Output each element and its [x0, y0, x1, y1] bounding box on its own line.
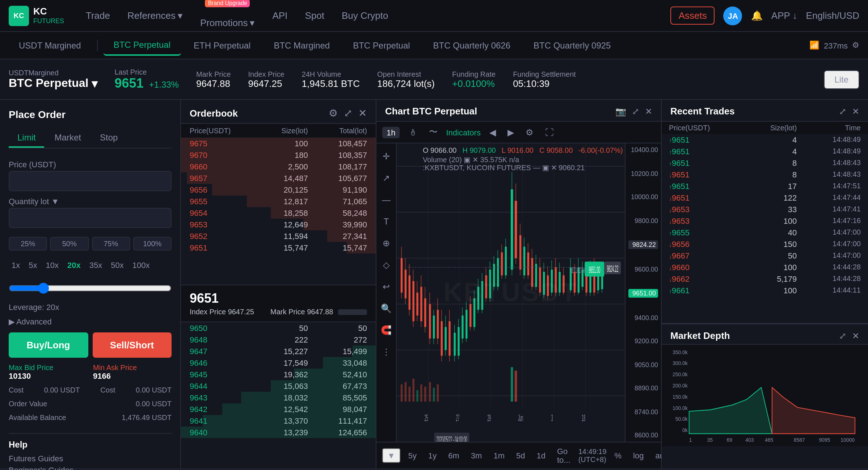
chart-close-icon[interactable]: ✕: [645, 106, 652, 116]
app-download[interactable]: APP ↓: [771, 10, 797, 21]
ob-ask-row[interactable]: 96602,500108,177: [181, 161, 376, 172]
price-input[interactable]: [9, 171, 172, 191]
settings-icon[interactable]: ⚙: [852, 41, 859, 50]
advanced-toggle[interactable]: ▶ Advanced: [9, 317, 172, 327]
assets-button[interactable]: Assets: [671, 7, 715, 25]
language-selector[interactable]: English/USD: [806, 10, 859, 21]
chart-trendline-tool[interactable]: ↗: [380, 171, 392, 185]
chart-magnet-tool[interactable]: 🧲: [379, 323, 394, 337]
ob-ask-row[interactable]: 965620,12591,190: [181, 184, 376, 196]
notification-icon[interactable]: 🔔: [751, 10, 763, 21]
lev-10x[interactable]: 10x: [43, 259, 62, 271]
quantity-input[interactable]: [9, 208, 172, 228]
chart-1y[interactable]: 1y: [425, 450, 440, 461]
ob-ask-row[interactable]: 965211,59427,341: [181, 230, 376, 242]
chart-text-tool[interactable]: T: [382, 214, 391, 229]
user-avatar[interactable]: JA: [724, 6, 742, 25]
pair-name[interactable]: BTC Perpetual ▾: [9, 76, 97, 90]
chart-candle-type[interactable]: 🕯: [406, 126, 420, 139]
orderbook-close-icon[interactable]: ✕: [358, 107, 367, 119]
chart-goto[interactable]: Go to...: [553, 445, 574, 466]
rt-expand-icon[interactable]: ⤢: [839, 106, 846, 116]
nav-references[interactable]: References ▾: [120, 6, 190, 25]
ob-ask-row[interactable]: 965512,81771,065: [181, 196, 376, 207]
sell-short-button[interactable]: Sell/Short: [92, 332, 172, 358]
ob-bid-row[interactable]: 964212,54298,047: [181, 403, 376, 415]
nav-promotions[interactable]: Promotions ▾: [193, 13, 262, 32]
chart-5d[interactable]: 5d: [513, 450, 529, 461]
nav-buy-crypto[interactable]: Buy Crypto: [334, 6, 396, 25]
chart-1m[interactable]: 1m: [490, 450, 508, 461]
ob-bid-row[interactable]: 964415,06367,473: [181, 380, 376, 391]
orderbook-settings-icon[interactable]: ⚙: [329, 107, 338, 119]
ob-ask-row[interactable]: 965714,487105,677: [181, 172, 376, 184]
chart-back-btn[interactable]: ◀: [486, 126, 499, 139]
chart-percent[interactable]: %: [611, 450, 625, 461]
lev-100x[interactable]: 100x: [130, 259, 153, 271]
orderbook-expand-icon[interactable]: ⤢: [344, 107, 353, 119]
chart-measure-tool[interactable]: ⊕: [380, 236, 392, 251]
leverage-slider[interactable]: [9, 282, 172, 294]
chart-forward-btn[interactable]: ▶: [505, 126, 517, 139]
chart-undo-tool[interactable]: ↩: [380, 280, 392, 294]
ob-bid-row[interactable]: 96505050: [181, 322, 376, 333]
tab-eth-perpetual[interactable]: ETH Perpetual: [184, 36, 261, 55]
chart-expand-icon[interactable]: ⤢: [632, 106, 639, 116]
tab-btc-q0925[interactable]: BTC Quarterly 0925: [523, 36, 621, 55]
tab-btc-q0626[interactable]: BTC Quarterly 0626: [423, 36, 521, 55]
help-futures-guides[interactable]: Futures Guides: [9, 454, 172, 463]
chart-log[interactable]: log: [629, 450, 647, 461]
chart-shapes-tool[interactable]: ◇: [381, 258, 392, 272]
ob-bid-row[interactable]: 964617,54933,048: [181, 357, 376, 368]
md-close-icon[interactable]: ✕: [852, 331, 859, 341]
ob-bid-row[interactable]: 964519,36252,410: [181, 368, 376, 380]
tab-btc-perp2[interactable]: BTC Perpetual: [343, 36, 420, 55]
ob-ask-row[interactable]: 965418,25858,248: [181, 207, 376, 219]
nav-api[interactable]: API: [265, 6, 295, 25]
lev-5x[interactable]: 5x: [26, 259, 40, 271]
ob-bid-row[interactable]: 964013,239124,656: [181, 426, 376, 438]
pct-25[interactable]: 25%: [9, 237, 47, 251]
chart-settings-icon[interactable]: ⚙: [523, 126, 536, 139]
tab-btc-margined[interactable]: BTC Margined: [264, 36, 340, 55]
nav-trade[interactable]: Trade: [79, 6, 117, 25]
ob-bid-row[interactable]: 964318,03285,505: [181, 391, 376, 403]
lev-35x[interactable]: 35x: [87, 259, 105, 271]
pct-75[interactable]: 75%: [92, 237, 130, 251]
lev-1x[interactable]: 1x: [9, 259, 23, 271]
chart-camera-icon[interactable]: 📷: [615, 106, 626, 116]
chart-6m[interactable]: 6m: [444, 450, 463, 461]
pct-50[interactable]: 50%: [50, 237, 89, 251]
ob-ask-row[interactable]: 9670180108,357: [181, 149, 376, 161]
chart-time-1h[interactable]: 1h: [382, 126, 400, 138]
lite-button[interactable]: Lite: [823, 70, 859, 89]
chart-line-icon[interactable]: 〜: [426, 125, 441, 140]
chart-scroll-down[interactable]: ▼: [382, 448, 400, 463]
chart-crosshair-tool[interactable]: ✛: [380, 149, 392, 164]
logo[interactable]: KC KC FUTURES: [9, 5, 64, 26]
tab-usdt-margined[interactable]: USDT Margined: [9, 36, 91, 55]
tab-limit[interactable]: Limit: [9, 129, 45, 148]
ob-bid-row[interactable]: 9648222272: [181, 333, 376, 345]
pct-100[interactable]: 100%: [133, 237, 172, 251]
chart-1d[interactable]: 1d: [533, 450, 549, 461]
rt-close-icon[interactable]: ✕: [852, 106, 859, 116]
ob-ask-row[interactable]: 965312,64939,990: [181, 219, 376, 230]
chart-5y[interactable]: 5y: [405, 450, 420, 461]
chart-indicators-btn[interactable]: Indicators: [446, 128, 481, 137]
chart-fullscreen-icon[interactable]: ⛶: [542, 126, 557, 139]
ob-ask-row[interactable]: 9675100108,457: [181, 138, 376, 149]
lev-20x[interactable]: 20x: [64, 259, 84, 271]
nav-spot[interactable]: Spot: [298, 6, 332, 25]
chart-3m[interactable]: 3m: [467, 450, 486, 461]
lev-50x[interactable]: 50x: [108, 259, 127, 271]
ob-bid-row[interactable]: 964113,370111,417: [181, 415, 376, 426]
buy-long-button[interactable]: Buy/Long: [9, 332, 88, 358]
chart-more-tools[interactable]: ⋮: [380, 345, 393, 359]
tab-market[interactable]: Market: [46, 129, 90, 148]
ob-bid-row[interactable]: 964715,22715,499: [181, 345, 376, 357]
chart-zoom-tool[interactable]: 🔍: [379, 301, 394, 316]
md-expand-icon[interactable]: ⤢: [839, 331, 846, 341]
chart-horizontal-tool[interactable]: —: [380, 193, 393, 207]
ob-ask-row[interactable]: 965115,74715,747: [181, 242, 376, 253]
